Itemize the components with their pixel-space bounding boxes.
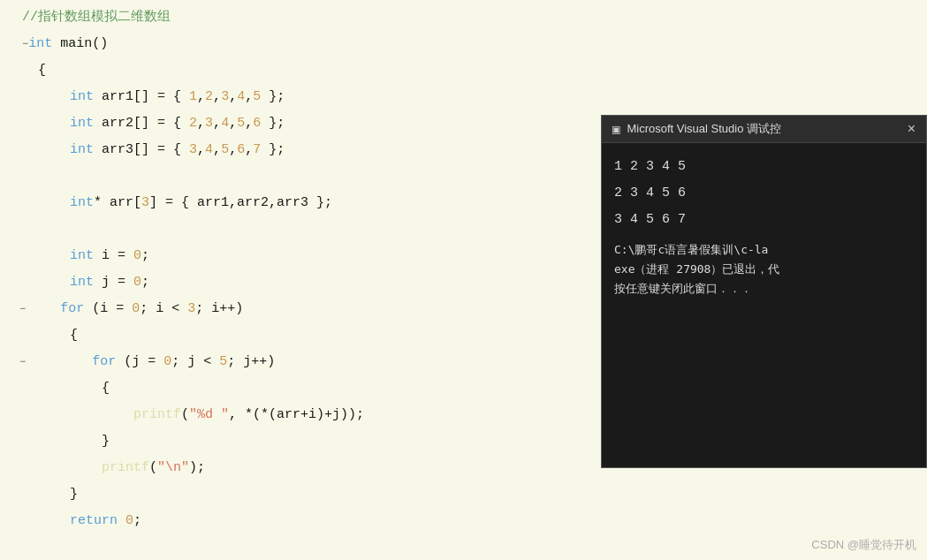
console-path-line2: exe（进程 27908）已退出，代 bbox=[614, 262, 779, 276]
fold-for2[interactable]: − bbox=[19, 356, 26, 368]
console-path-line3: 按任意键关闭此窗口．．． bbox=[614, 282, 752, 295]
console-body: 1 2 3 4 5 2 3 4 5 6 3 4 5 6 7 C:\鹏哥c语言暑假… bbox=[602, 143, 926, 309]
console-title-text: Microsoft Visual Studio 调试控 bbox=[627, 121, 781, 137]
csdn-watermark: CSDN @睡觉待开机 bbox=[811, 537, 916, 553]
console-output-3: 3 4 5 6 7 bbox=[614, 207, 914, 233]
console-close-button[interactable]: × bbox=[908, 121, 916, 137]
console-path: C:\鹏哥c语言暑假集训\c-la exe（进程 27908）已退出，代 按任意… bbox=[614, 240, 914, 299]
console-output-2: 2 3 4 5 6 bbox=[614, 180, 914, 207]
console-title-left: ▣ Microsoft Visual Studio 调试控 bbox=[612, 121, 781, 137]
console-window: ▣ Microsoft Visual Studio 调试控 × 1 2 3 4 … bbox=[601, 115, 927, 468]
console-icon: ▣ bbox=[612, 122, 619, 137]
comment-line: //指针数组模拟二维数组 bbox=[22, 10, 171, 25]
console-path-line1: C:\鹏哥c语言暑假集训\c-la bbox=[614, 243, 768, 256]
fold-for1[interactable]: − bbox=[19, 303, 26, 315]
console-titlebar: ▣ Microsoft Visual Studio 调试控 × bbox=[602, 116, 926, 143]
code-content: //指针数组模拟二维数组 −int main() { int arr1[] = … bbox=[0, 0, 601, 539]
console-output-1: 1 2 3 4 5 bbox=[614, 154, 914, 180]
code-editor: //指针数组模拟二维数组 −int main() { int arr1[] = … bbox=[0, 0, 601, 560]
